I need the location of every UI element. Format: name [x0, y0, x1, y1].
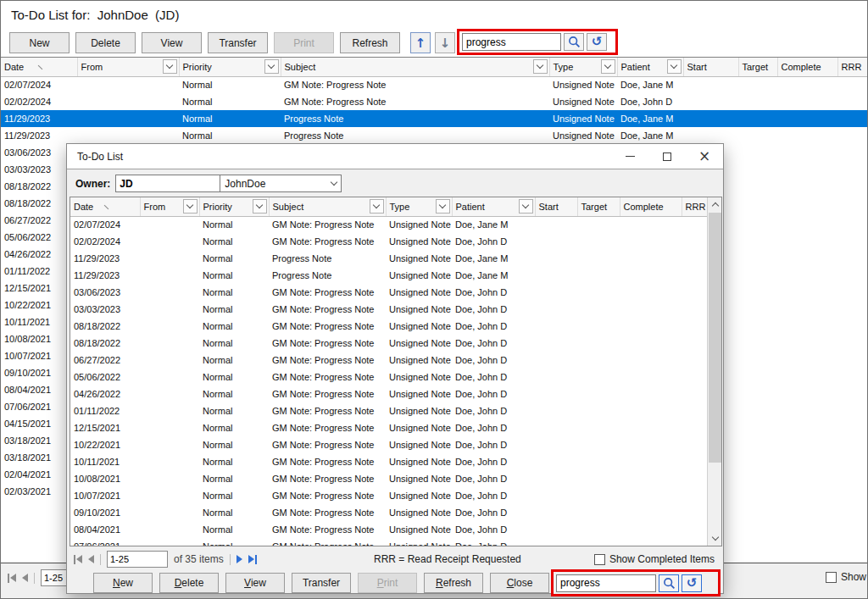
table-row[interactable]: 02/07/2024 Normal GM Note: Progress Note… — [1, 76, 868, 93]
todo-list-dialog: To-Do List × Owner: JohnDoe — [66, 143, 724, 594]
table-row[interactable]: 02/07/2024 Normal GM Note: Progress Note… — [70, 216, 709, 233]
table-row[interactable]: 11/29/2023 Normal Progress Note Unsigned… — [70, 250, 709, 267]
table-row[interactable]: 08/18/2022 Normal GM Note: Progress Note… — [70, 318, 709, 335]
cell-start — [535, 318, 577, 335]
column-header-patient[interactable]: Patient — [617, 58, 683, 76]
dialog-button[interactable]: Close — [490, 573, 549, 593]
column-header-subject[interactable]: Subject — [281, 58, 549, 76]
show-completed-checkbox[interactable] — [594, 554, 605, 565]
column-header-start[interactable]: Start — [683, 58, 738, 76]
column-header-date[interactable]: Date — [70, 197, 140, 216]
table-row[interactable]: 08/18/2022 Normal GM Note: Progress Note… — [70, 335, 709, 352]
column-header-date[interactable]: Date — [1, 58, 77, 76]
column-header-target[interactable]: Target — [577, 197, 620, 216]
show-completed-checkbox[interactable] — [826, 572, 837, 583]
filter-dropdown-button[interactable] — [519, 199, 533, 214]
column-header-complete[interactable]: Complete — [777, 58, 837, 76]
column-header-target[interactable]: Target — [738, 58, 777, 76]
first-page-icon[interactable] — [74, 555, 82, 564]
filter-dropdown-button[interactable] — [533, 59, 548, 74]
dialog-button[interactable]: Print — [358, 573, 417, 593]
column-header-patient[interactable]: Patient — [452, 197, 535, 216]
table-row[interactable]: 02/02/2024 Normal GM Note: Progress Note… — [70, 233, 709, 250]
scrollbar-thumb[interactable] — [709, 213, 721, 463]
table-row[interactable]: 07/06/2021 Normal GM Note: Progress Note… — [70, 538, 709, 546]
table-row[interactable]: 10/11/2021 Normal GM Note: Progress Note… — [70, 453, 709, 470]
owner-code-input[interactable] — [115, 175, 220, 192]
column-header-rrr[interactable]: RRR — [682, 197, 709, 216]
filter-dropdown-button[interactable] — [264, 59, 279, 74]
table-row[interactable]: 10/07/2021 Normal GM Note: Progress Note… — [70, 487, 709, 504]
dialog-button[interactable]: Transfer — [292, 573, 351, 593]
column-header-type[interactable]: Type — [549, 58, 617, 76]
dialog-button[interactable]: View — [225, 573, 285, 593]
column-header-priority[interactable]: Priority — [199, 197, 269, 216]
dialog-search-button[interactable] — [659, 574, 679, 592]
dialog-search-reset-button[interactable]: ↺ — [682, 574, 702, 592]
table-row[interactable]: 03/03/2023 Normal GM Note: Progress Note… — [70, 301, 709, 318]
table-row[interactable]: 09/10/2021 Normal GM Note: Progress Note… — [70, 504, 709, 521]
cell-priority: Normal — [199, 233, 269, 250]
table-row[interactable]: 10/08/2021 Normal GM Note: Progress Note… — [70, 470, 709, 487]
table-row[interactable]: 06/27/2022 Normal GM Note: Progress Note… — [70, 352, 709, 369]
table-row[interactable]: 05/06/2022 Normal GM Note: Progress Note… — [70, 369, 709, 385]
move-up-button[interactable]: ↑ — [410, 32, 431, 53]
filter-dropdown-button[interactable] — [436, 199, 450, 214]
first-page-icon[interactable] — [8, 574, 16, 583]
column-header-rrr[interactable]: RRR — [837, 58, 868, 76]
page-range-input[interactable] — [107, 551, 168, 568]
table-row[interactable]: 11/29/2023 Normal Progress Note Unsigned… — [70, 267, 709, 284]
dialog-titlebar[interactable]: To-Do List × — [67, 144, 723, 169]
table-row[interactable]: 12/15/2021 Normal GM Note: Progress Note… — [70, 419, 709, 436]
vertical-scrollbar[interactable] — [707, 197, 721, 546]
scroll-down-button[interactable] — [708, 531, 722, 546]
filter-dropdown-button[interactable] — [183, 199, 198, 214]
filter-dropdown-button[interactable] — [370, 199, 384, 214]
maximize-button[interactable] — [648, 144, 686, 169]
dialog-button[interactable]: Refresh — [424, 573, 483, 593]
toolbar-button[interactable]: Print — [274, 32, 334, 53]
main-search-reset-button[interactable]: ↺ — [587, 33, 607, 51]
table-row[interactable]: 02/02/2024 Normal GM Note: Progress Note… — [1, 93, 868, 110]
cell-rrr — [682, 233, 709, 250]
cell-type: Unsigned Note — [386, 504, 452, 521]
main-search-button[interactable] — [564, 33, 584, 51]
filter-dropdown-button[interactable] — [667, 59, 682, 74]
filter-dropdown-button[interactable] — [253, 199, 267, 214]
main-search-input[interactable] — [462, 33, 561, 51]
cell-type: Unsigned Note — [386, 216, 452, 233]
table-row[interactable]: 11/29/2023 Normal Progress Note Unsigned… — [1, 110, 868, 127]
column-header-type[interactable]: Type — [386, 197, 452, 216]
table-row[interactable]: 04/26/2022 Normal GM Note: Progress Note… — [70, 385, 709, 402]
table-row[interactable]: 11/29/2023 Normal Progress Note Unsigned… — [1, 127, 868, 144]
filter-dropdown-button[interactable] — [163, 59, 177, 74]
dialog-button[interactable]: New — [93, 573, 153, 593]
toolbar-button[interactable]: Refresh — [340, 32, 400, 53]
toolbar-button[interactable]: Transfer — [208, 32, 268, 53]
table-row[interactable]: 01/11/2022 Normal GM Note: Progress Note… — [70, 402, 709, 419]
column-header-complete[interactable]: Complete — [620, 197, 682, 216]
column-header-from[interactable]: From — [140, 197, 199, 216]
column-header-from[interactable]: From — [77, 58, 179, 76]
last-page-icon[interactable] — [248, 555, 257, 564]
close-button[interactable]: × — [686, 144, 723, 169]
table-row[interactable]: 10/22/2021 Normal GM Note: Progress Note… — [70, 436, 709, 453]
scroll-up-button[interactable] — [708, 197, 722, 212]
toolbar-button[interactable]: View — [142, 32, 202, 53]
toolbar-button[interactable]: Delete — [75, 32, 136, 53]
previous-page-icon[interactable] — [88, 555, 94, 563]
dialog-search-input[interactable] — [556, 574, 656, 592]
owner-select[interactable]: JohnDoe — [220, 175, 342, 192]
next-page-icon[interactable] — [236, 555, 242, 563]
dialog-button[interactable]: Delete — [159, 573, 219, 593]
filter-dropdown-button[interactable] — [601, 59, 615, 74]
toolbar-button[interactable]: New — [9, 32, 70, 53]
table-row[interactable]: 03/06/2023 Normal GM Note: Progress Note… — [70, 284, 709, 301]
column-header-priority[interactable]: Priority — [179, 58, 281, 76]
column-header-subject[interactable]: Subject — [269, 197, 386, 216]
table-row[interactable]: 08/04/2021 Normal GM Note: Progress Note… — [70, 521, 709, 538]
column-header-start[interactable]: Start — [535, 197, 577, 216]
previous-page-icon[interactable] — [22, 574, 28, 582]
minimize-button[interactable] — [611, 144, 648, 169]
move-down-button[interactable]: ↓ — [435, 32, 455, 53]
